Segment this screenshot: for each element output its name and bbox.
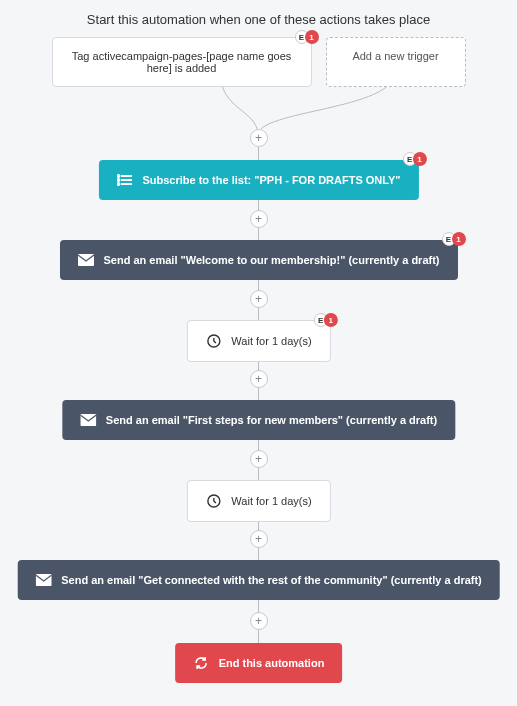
step-wait-2[interactable]: Wait for 1 day(s): [186, 480, 330, 522]
refresh-icon: [193, 656, 209, 670]
add-new-trigger[interactable]: Add a new trigger: [326, 37, 466, 87]
step-label: Subscribe to the list: "PPH - FOR DRAFTS…: [142, 174, 400, 186]
step-send-email-first-steps[interactable]: Send an email "First steps for new membe…: [62, 400, 455, 440]
email-icon: [35, 573, 51, 587]
step-subscribe-list[interactable]: Subscribe to the list: "PPH - FOR DRAFTS…: [98, 160, 418, 200]
email-icon: [77, 253, 93, 267]
add-step-button[interactable]: +: [250, 612, 268, 630]
step-label: Wait for 1 day(s): [231, 335, 311, 347]
svg-point-6: [117, 183, 119, 185]
trigger-tag-added[interactable]: Tag activecampaign-pages-[page name goes…: [52, 37, 312, 87]
step-label: Send an email "First steps for new membe…: [106, 414, 437, 426]
clock-icon: [205, 494, 221, 508]
step-label: Send an email "Welcome to our membership…: [103, 254, 439, 266]
svg-rect-7: [77, 254, 93, 266]
step-label: Wait for 1 day(s): [231, 495, 311, 507]
add-trigger-label: Add a new trigger: [352, 50, 438, 62]
step-badge: E 1: [314, 313, 338, 327]
step-label: Send an email "Get connected with the re…: [61, 574, 482, 586]
email-icon: [80, 413, 96, 427]
step-end-automation[interactable]: End this automation: [175, 643, 343, 683]
badge-count: 1: [324, 313, 338, 327]
step-badge: E 1: [403, 152, 427, 166]
step-wait-1[interactable]: Wait for 1 day(s) E 1: [186, 320, 330, 362]
svg-rect-11: [35, 574, 51, 586]
badge-count: 1: [305, 30, 319, 44]
clock-icon: [205, 334, 221, 348]
badge-count: 1: [452, 232, 466, 246]
svg-point-5: [117, 179, 119, 181]
badge-count: 1: [413, 152, 427, 166]
automation-heading: Start this automation when one of these …: [0, 0, 517, 37]
list-icon: [116, 173, 132, 187]
add-step-button[interactable]: +: [250, 370, 268, 388]
step-send-email-get-connected[interactable]: Send an email "Get connected with the re…: [17, 560, 500, 600]
step-send-email-welcome[interactable]: Send an email "Welcome to our membership…: [59, 240, 457, 280]
svg-rect-9: [80, 414, 96, 426]
step-label: End this automation: [219, 657, 325, 669]
step-badge: E 1: [442, 232, 466, 246]
add-step-button[interactable]: +: [250, 530, 268, 548]
trigger-label: Tag activecampaign-pages-[page name goes…: [72, 50, 292, 74]
add-step-button[interactable]: +: [250, 290, 268, 308]
svg-point-4: [117, 175, 119, 177]
add-step-button[interactable]: +: [250, 450, 268, 468]
add-step-button[interactable]: +: [250, 129, 268, 147]
trigger-badge: E 1: [295, 30, 319, 44]
add-step-button[interactable]: +: [250, 210, 268, 228]
